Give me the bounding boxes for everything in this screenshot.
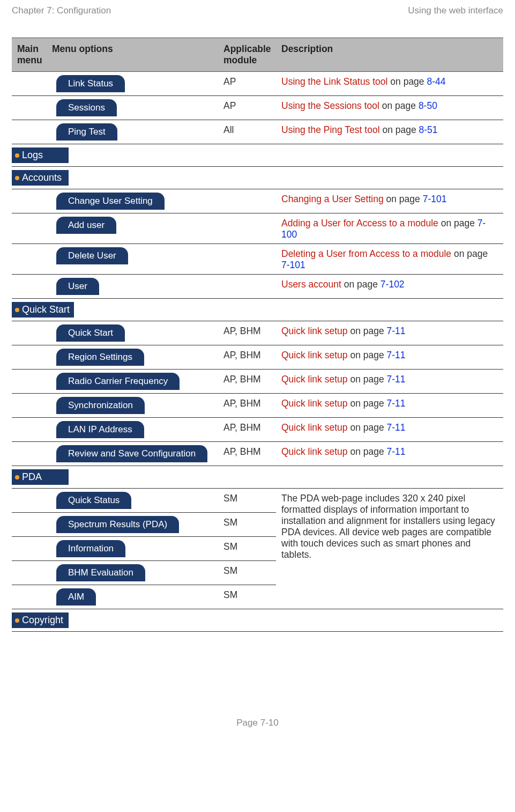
- link-text[interactable]: Quick link setup: [281, 374, 348, 385]
- bullet-icon: [15, 475, 19, 479]
- menu-pill-add-user[interactable]: Add user: [56, 217, 116, 234]
- section-pill-accounts[interactable]: Accounts: [12, 170, 69, 186]
- th-menu: Menu options: [47, 38, 218, 72]
- link-text[interactable]: Quick link setup: [281, 326, 348, 336]
- page-ref[interactable]: 7-101: [423, 194, 447, 204]
- link-text[interactable]: Quick link setup: [281, 398, 348, 409]
- page-footer: Page 7-10: [0, 632, 515, 738]
- page-ref[interactable]: 7-11: [387, 446, 406, 457]
- table-row: Change User Setting Changing a User Sett…: [12, 189, 503, 213]
- section-label: PDA: [22, 471, 42, 482]
- desc-cell: Quick link setup on page 7-11: [276, 442, 503, 466]
- bullet-icon: [15, 618, 19, 623]
- menu-pill-bhm-evaluation[interactable]: BHM Evaluation: [56, 564, 145, 581]
- suffix-text: on page: [348, 446, 387, 457]
- menu-pill-review-save[interactable]: Review and Save Configuration: [56, 445, 207, 462]
- menu-pill-sessions[interactable]: Sessions: [56, 99, 117, 116]
- module-cell: AP: [218, 96, 276, 120]
- suffix-text: on page: [384, 194, 423, 204]
- bullet-icon: [15, 153, 19, 158]
- link-text[interactable]: Adding a User for Access to a module: [281, 218, 438, 228]
- module-cell: [218, 275, 276, 299]
- section-row-pda: PDA: [12, 466, 503, 489]
- desc-cell: Quick link setup on page 7-11: [276, 321, 503, 345]
- page-ref[interactable]: 7-11: [387, 398, 406, 409]
- section-row-copyright: Copyright: [12, 609, 503, 632]
- menu-pill-region-settings[interactable]: Region Settings: [56, 349, 144, 366]
- page-ref[interactable]: 8-50: [419, 100, 437, 111]
- desc-cell: Quick link setup on page 7-11: [276, 418, 503, 442]
- table-row: Synchronization AP, BHM Quick link setup…: [12, 394, 503, 418]
- link-text[interactable]: Quick link setup: [281, 350, 348, 360]
- section-label: Quick Start: [22, 304, 70, 315]
- page-ref[interactable]: 8-51: [419, 124, 438, 135]
- th-module: Applicable module: [218, 38, 276, 72]
- section-label: Logs: [22, 150, 43, 160]
- pda-description: The PDA web-page includes 320 x 240 pixe…: [276, 489, 503, 609]
- menu-pill-radio-carrier[interactable]: Radio Carrier Frequency: [56, 373, 180, 390]
- page-ref[interactable]: 7-101: [281, 260, 305, 270]
- menu-pill-user[interactable]: User: [56, 278, 99, 295]
- module-cell: SM: [218, 585, 276, 609]
- suffix-text: on page: [387, 76, 427, 87]
- page-ref[interactable]: 8-44: [427, 76, 445, 87]
- desc-cell: Quick link setup on page 7-11: [276, 370, 503, 394]
- link-text[interactable]: Changing a User Setting: [281, 194, 384, 204]
- section-row-accounts: Accounts: [12, 167, 503, 189]
- desc-cell: Quick link setup on page 7-11: [276, 345, 503, 370]
- module-cell: AP, BHM: [218, 418, 276, 442]
- link-text[interactable]: Quick link setup: [281, 422, 348, 433]
- module-cell: AP: [218, 72, 276, 96]
- module-cell: [218, 213, 276, 244]
- suffix-text: on page: [438, 218, 477, 228]
- link-text[interactable]: Using the Sessions tool: [281, 100, 379, 111]
- desc-cell: Using the Ping Test tool on page 8-51: [276, 120, 503, 144]
- suffix-text: on page: [341, 279, 380, 290]
- link-text[interactable]: Using the Link Status tool: [281, 76, 387, 87]
- page-ref[interactable]: 7-11: [387, 350, 406, 360]
- link-text[interactable]: Users account: [281, 279, 341, 290]
- suffix-text: on page: [379, 100, 419, 111]
- page-ref[interactable]: 7-11: [387, 326, 406, 336]
- suffix-text: on page: [348, 326, 387, 336]
- desc-cell: Adding a User for Access to a module on …: [276, 213, 503, 244]
- menu-pill-spectrum-results[interactable]: Spectrum Results (PDA): [56, 516, 179, 533]
- menu-pill-ping-test[interactable]: Ping Test: [56, 123, 117, 141]
- menu-pill-delete-user[interactable]: Delete User: [56, 247, 128, 264]
- menu-pill-lan-ip[interactable]: LAN IP Address: [56, 421, 144, 438]
- page-ref[interactable]: 7-11: [387, 374, 406, 385]
- link-text[interactable]: Using the Ping Test tool: [281, 124, 380, 135]
- menu-table: Main menu Menu options Applicable module…: [12, 38, 503, 632]
- suffix-text: on page: [348, 350, 387, 360]
- menu-pill-information[interactable]: Information: [56, 540, 125, 557]
- table-row: Ping Test All Using the Ping Test tool o…: [12, 120, 503, 144]
- module-cell: SM: [218, 513, 276, 537]
- link-text[interactable]: Quick link setup: [281, 446, 348, 457]
- menu-pill-quick-start[interactable]: Quick Start: [56, 324, 125, 342]
- bullet-icon: [15, 176, 19, 180]
- module-cell: AP, BHM: [218, 345, 276, 370]
- menu-pill-link-status[interactable]: Link Status: [56, 75, 125, 92]
- page-ref[interactable]: 7-102: [380, 279, 405, 290]
- page-ref[interactable]: 7-11: [387, 422, 406, 433]
- header-left: Chapter 7: Configuration: [12, 5, 111, 16]
- section-pill-logs[interactable]: Logs: [12, 147, 69, 163]
- menu-pill-quick-status[interactable]: Quick Status: [56, 492, 131, 509]
- table-row: Quick Start AP, BHM Quick link setup on …: [12, 321, 503, 345]
- table-row: Add user Adding a User for Access to a m…: [12, 213, 503, 244]
- desc-cell: Using the Link Status tool on page 8-44: [276, 72, 503, 96]
- section-pill-copyright[interactable]: Copyright: [12, 612, 69, 628]
- table-row: LAN IP Address AP, BHM Quick link setup …: [12, 418, 503, 442]
- module-cell: SM: [218, 489, 276, 513]
- table-row: Link Status AP Using the Link Status too…: [12, 72, 503, 96]
- suffix-text: on page: [451, 248, 488, 259]
- section-pill-pda[interactable]: PDA: [12, 469, 69, 485]
- suffix-text: on page: [380, 124, 419, 135]
- section-pill-quick-start[interactable]: Quick Start: [12, 302, 74, 318]
- table-row: Sessions AP Using the Sessions tool on p…: [12, 96, 503, 120]
- menu-pill-synchronization[interactable]: Synchronization: [56, 397, 145, 414]
- menu-pill-change-user[interactable]: Change User Setting: [56, 193, 165, 210]
- module-cell: AP, BHM: [218, 442, 276, 466]
- menu-pill-aim[interactable]: AIM: [56, 588, 96, 606]
- link-text[interactable]: Deleting a User from Access to a module: [281, 248, 451, 259]
